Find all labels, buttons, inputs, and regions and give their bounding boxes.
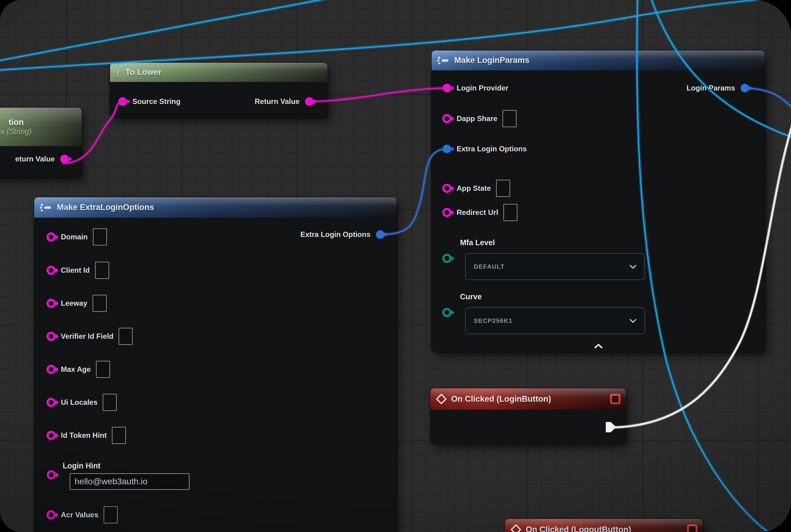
node-to-lower[interactable]: ƒ To Lower Source String Return Value xyxy=(110,63,328,118)
pin-label-login-hint: Login Hint xyxy=(63,461,100,470)
string-input-pin[interactable] xyxy=(46,332,56,341)
function-icon: ƒ xyxy=(116,67,121,78)
max-age-value-box[interactable] xyxy=(96,361,110,378)
pin-label-max-age: Max Age xyxy=(61,365,91,374)
id-token-hint-value-box[interactable] xyxy=(112,427,126,444)
mfa-level-value: DEFAULT xyxy=(474,263,505,270)
string-input-pin[interactable] xyxy=(46,398,56,407)
node-on-clicked-logout-button[interactable]: On Clicked (LogoutButton) xyxy=(505,519,703,532)
pin-label-domain: Domain xyxy=(61,233,88,241)
chevron-down-icon xyxy=(630,319,636,323)
node-on-clicked-login-button[interactable]: On Clicked (LoginButton) xyxy=(430,388,626,444)
string-input-pin[interactable] xyxy=(442,114,451,123)
node-title-fragment: tion xyxy=(8,118,23,127)
node-subtitle-fragment: ox (String) xyxy=(0,127,32,136)
node-get-selected-option[interactable]: tion ox (String) eturn Value xyxy=(0,108,82,178)
app-state-value-box[interactable] xyxy=(496,180,510,197)
pin-label-extra-login-options-in: Extra Login Options xyxy=(457,145,527,153)
pin-label-source-string: Source String xyxy=(132,97,180,106)
ui-locales-value-box[interactable] xyxy=(103,394,117,411)
pin-label-login-provider: Login Provider xyxy=(457,84,508,92)
string-input-pin[interactable] xyxy=(46,299,56,308)
node-title: Make ExtraLoginOptions xyxy=(57,203,154,212)
blueprint-graph-canvas[interactable]: tion ox (String) eturn Value ƒ To Lower … xyxy=(0,0,791,532)
leeway-value-box[interactable] xyxy=(93,295,107,312)
string-wire[interactable] xyxy=(309,88,447,101)
pin-label-dapp-share: Dapp Share xyxy=(457,114,497,123)
pin-label-return-value-fragment: eturn Value xyxy=(15,155,55,163)
delegate-output-pin[interactable] xyxy=(610,394,620,404)
node-header[interactable]: tion ox (String) xyxy=(0,108,82,146)
node-make-login-params[interactable]: Make LoginParams Login Provider Dapp Sha… xyxy=(431,51,765,352)
curve-dropdown[interactable]: SECP256K1 xyxy=(465,307,645,334)
node-title: On Clicked (LoginButton) xyxy=(451,394,551,404)
delegate-output-pin[interactable] xyxy=(687,524,697,532)
pin-label-mfa-level: Mfa Level xyxy=(460,238,495,247)
collapse-node-arrow[interactable] xyxy=(595,344,602,348)
node-header[interactable]: Make ExtraLoginOptions xyxy=(34,197,397,218)
string-wire xyxy=(309,88,447,101)
client-id-value-box[interactable] xyxy=(95,262,109,279)
cyan-wire[interactable] xyxy=(0,0,348,61)
event-diamond-icon xyxy=(510,524,521,532)
node-make-extra-login-options[interactable]: Make ExtraLoginOptions Domain Client Id … xyxy=(34,197,397,532)
node-title: Make LoginParams xyxy=(454,56,529,65)
curve-value: SECP256K1 xyxy=(474,317,513,324)
string-input-pin[interactable] xyxy=(442,208,451,217)
make-struct-icon xyxy=(40,203,53,212)
pin-label-return-value: Return Value xyxy=(255,97,300,106)
string-output-pin[interactable] xyxy=(305,97,314,106)
string-input-pin[interactable] xyxy=(46,510,56,519)
string-input-pin[interactable] xyxy=(46,266,56,275)
pin-label-ui-locales: Ui Locales xyxy=(61,398,97,407)
node-title: On Clicked (LogoutButton) xyxy=(526,525,631,532)
pin-label-id-token-hint: Id Token Hint xyxy=(61,431,107,440)
cyan-wire xyxy=(0,0,348,61)
pin-label-client-id: Client Id xyxy=(61,266,90,274)
node-header[interactable]: On Clicked (LoginButton) xyxy=(430,388,626,410)
struct-output-pin[interactable] xyxy=(740,83,749,93)
pin-label-curve: Curve xyxy=(460,292,482,301)
node-header[interactable]: ƒ To Lower xyxy=(110,63,328,82)
node-header[interactable]: On Clicked (LogoutButton) xyxy=(505,519,703,532)
string-input-pin[interactable] xyxy=(46,365,56,374)
blueprint-editor: tion ox (String) eturn Value ƒ To Lower … xyxy=(0,0,791,532)
domain-value-box[interactable] xyxy=(93,228,107,246)
acr-values-value-box[interactable] xyxy=(103,506,118,524)
pin-label-extra-login-options-out: Extra Login Options xyxy=(301,230,370,239)
node-title: To Lower xyxy=(125,68,161,77)
pin-label-leeway: Leeway xyxy=(61,299,88,308)
pin-label-redirect-url: Redirect Url xyxy=(457,208,498,217)
enum-input-pin[interactable] xyxy=(442,254,451,263)
enum-input-pin[interactable] xyxy=(442,308,451,317)
dapp-share-value-box[interactable] xyxy=(502,110,517,127)
string-input-pin[interactable] xyxy=(46,431,56,440)
pin-label-app-state: App State xyxy=(457,184,491,193)
string-input-pin[interactable] xyxy=(118,97,127,106)
make-struct-icon xyxy=(437,56,450,65)
struct-output-pin[interactable] xyxy=(375,230,385,239)
pin-label-acr-values: Acr Values xyxy=(61,511,98,519)
string-input-pin[interactable] xyxy=(46,232,56,242)
pin-label-login-params-out: Login Params xyxy=(687,84,735,92)
mfa-level-dropdown[interactable]: DEFAULT xyxy=(465,253,645,280)
node-header[interactable]: Make LoginParams xyxy=(431,51,765,70)
chevron-down-icon xyxy=(630,265,636,269)
struct-input-pin[interactable] xyxy=(442,144,451,153)
string-input-pin[interactable] xyxy=(47,470,56,479)
verifier-id-field-value-box[interactable] xyxy=(119,328,133,345)
pin-label-verifier-id-field: Verifier Id Field xyxy=(61,332,113,341)
event-diamond-icon xyxy=(436,394,447,404)
exec-output-pin[interactable] xyxy=(606,422,617,432)
string-input-pin[interactable] xyxy=(442,83,451,93)
string-output-pin[interactable] xyxy=(60,154,69,164)
login-hint-input[interactable]: hello@web3auth.io xyxy=(70,473,190,490)
redirect-url-value-box[interactable] xyxy=(503,204,518,221)
string-input-pin[interactable] xyxy=(442,184,451,193)
